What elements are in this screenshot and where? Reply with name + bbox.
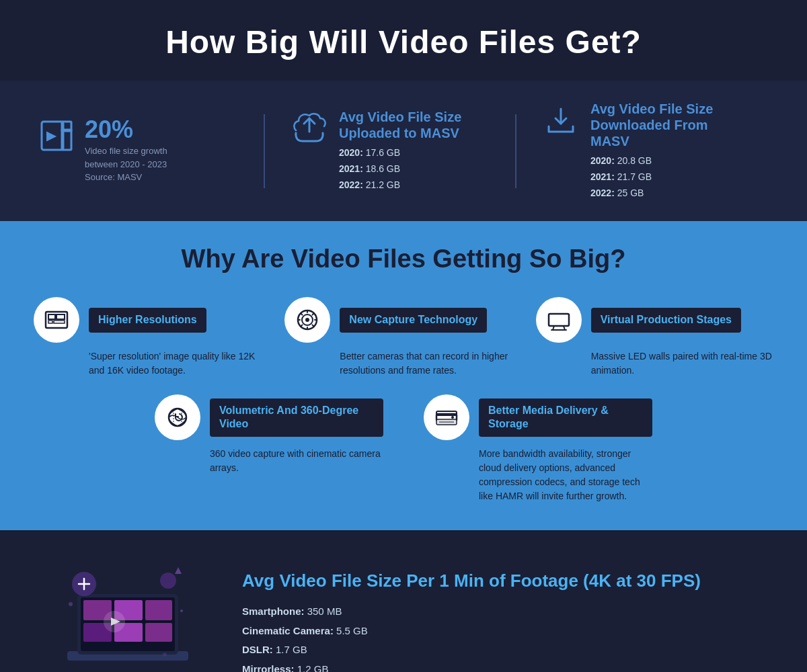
capture-desc: Better cameras that can record in higher… [284, 349, 522, 378]
bottom-rows: Smartphone: 350 MB Cinematic Camera: 5.5… [242, 602, 767, 672]
stat-growth-text: 20% Video file size growthbetween 2020 -… [85, 118, 167, 184]
stat-growth: 20% Video file size growthbetween 2020 -… [40, 118, 264, 184]
uploaded-text: Avg Video File SizeUploaded to MASV 2020… [339, 109, 461, 193]
downloaded-rows: 2020: 20.8 GB 2021: 21.7 GB 2022: 25 GB [590, 153, 740, 201]
bottom-section: Avg Video File Size Per 1 Min of Footage… [0, 530, 807, 672]
bottom-stats-text: Avg Video File Size Per 1 Min of Footage… [242, 570, 767, 672]
upload-icon [292, 112, 327, 151]
why-item-header-virtual: Virtual Production Stages [536, 297, 741, 343]
file-icon [40, 120, 73, 165]
svg-rect-5 [48, 321, 52, 323]
svg-point-10 [305, 318, 309, 322]
why-item-capture: New Capture Technology Better cameras th… [284, 297, 522, 378]
svg-point-34 [163, 653, 167, 657]
why-section: Why Are Video Files Getting So Big? High… [0, 221, 807, 530]
volumetric-desc: 360 video capture with cinematic camera … [155, 447, 383, 475]
svg-point-30 [160, 573, 176, 589]
laptop-illustration [40, 557, 215, 672]
download-icon [543, 103, 578, 142]
volumetric-icon [155, 394, 200, 440]
svg-point-15 [451, 416, 454, 419]
bottom-title: Avg Video File Size Per 1 Min of Footage… [242, 570, 767, 593]
why-item-header-capture: New Capture Technology [284, 297, 487, 343]
media-desc: More bandwidth availability, stronger cl… [424, 447, 652, 503]
svg-point-33 [180, 610, 183, 612]
why-item-virtual: Virtual Production Stages Massive LED wa… [536, 297, 773, 378]
main-title: How Big Will Video Files Get? [13, 24, 794, 60]
media-label: Better Media Delivery & Storage [479, 398, 652, 437]
svg-point-32 [69, 602, 73, 606]
svg-rect-26 [145, 623, 172, 642]
header-section: How Big Will Video Files Get? [0, 0, 807, 81]
svg-rect-6 [54, 321, 65, 323]
resolution-desc: 'Super resolution' image quality like 12… [34, 349, 271, 378]
why-item-header-volumetric: Volumetric And 360-Degree Video [155, 394, 383, 440]
uploaded-rows: 2020: 17.6 GB 2021: 18.6 GB 2022: 21.2 G… [339, 145, 461, 193]
stats-section: 20% Video file size growthbetween 2020 -… [0, 81, 807, 221]
volumetric-label: Volumetric And 360-Degree Video [210, 398, 383, 437]
svg-rect-4 [48, 314, 55, 319]
downloaded-title: Avg Video File SizeDownloaded From MASV [590, 101, 740, 149]
virtual-icon [536, 297, 582, 343]
growth-percent: 20% [85, 118, 167, 142]
virtual-desc: Massive LED walls paired with real-time … [536, 349, 773, 378]
stat-downloaded: Avg Video File SizeDownloaded From MASV … [516, 101, 767, 201]
why-bottom-row: Volumetric And 360-Degree Video 360 vide… [34, 394, 773, 503]
virtual-label: Virtual Production Stages [591, 308, 741, 333]
svg-marker-31 [175, 567, 182, 574]
capture-label: New Capture Technology [340, 308, 487, 333]
uploaded-title: Avg Video File SizeUploaded to MASV [339, 109, 461, 141]
why-item-media: Better Media Delivery & Storage More ban… [424, 394, 652, 503]
resolution-icon [34, 297, 79, 343]
stat-uploaded: Avg Video File SizeUploaded to MASV 2020… [265, 109, 515, 193]
svg-rect-23 [145, 600, 172, 620]
why-item-header-media: Better Media Delivery & Storage [424, 394, 652, 440]
growth-desc: Video file size growthbetween 2020 - 202… [85, 144, 167, 184]
svg-rect-7 [56, 314, 65, 319]
why-title: Why Are Video Files Getting So Big? [34, 245, 773, 274]
why-item-header-resolution: Higher Resolutions [34, 297, 206, 343]
resolution-label: Higher Resolutions [89, 308, 206, 333]
why-top-row: Higher Resolutions 'Super resolution' im… [34, 297, 773, 378]
why-item-resolution: Higher Resolutions 'Super resolution' im… [34, 297, 271, 378]
media-icon [424, 394, 469, 440]
why-item-volumetric: Volumetric And 360-Degree Video 360 vide… [155, 394, 383, 503]
downloaded-text: Avg Video File SizeDownloaded From MASV … [590, 101, 740, 201]
capture-icon [284, 297, 330, 343]
svg-rect-11 [549, 314, 569, 326]
